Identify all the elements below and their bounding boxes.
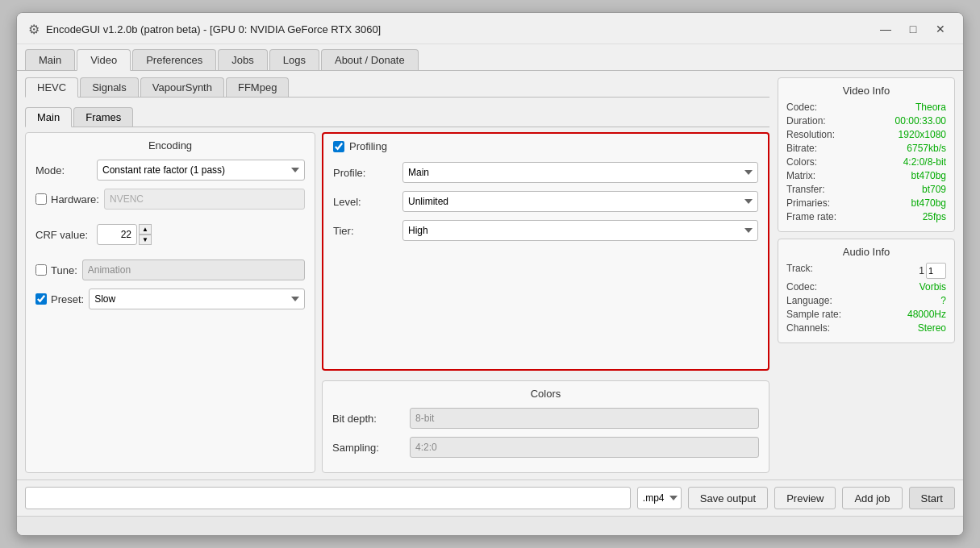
save-output-button[interactable]: Save output bbox=[688, 487, 768, 509]
resolution-label: Resolution: bbox=[786, 129, 835, 140]
subtab-signals[interactable]: Signals bbox=[80, 77, 139, 97]
hardware-row: Hardware: NVENC bbox=[35, 189, 305, 210]
tier-select[interactable]: High bbox=[402, 220, 758, 241]
output-path-input[interactable] bbox=[25, 487, 631, 509]
main-window: ⚙ EncodeGUI v1.2.0b (patron beta) - [GPU… bbox=[16, 12, 964, 536]
maximize-button[interactable]: □ bbox=[902, 21, 924, 37]
crf-spin-down[interactable]: ▼ bbox=[139, 235, 152, 245]
encoding-panel: Encoding Mode: Constant rate factor (1 p… bbox=[25, 132, 315, 473]
innertab-main[interactable]: Main bbox=[25, 107, 72, 127]
track-row: Track: 1 1 bbox=[786, 263, 946, 279]
channels-row: Channels: Stereo bbox=[786, 322, 946, 334]
mode-select[interactable]: Constant rate factor (1 pass) bbox=[97, 160, 305, 181]
tab-logs[interactable]: Logs bbox=[269, 49, 319, 70]
tier-label: Tier: bbox=[333, 225, 398, 237]
duration-label: Duration: bbox=[786, 115, 826, 127]
tab-video[interactable]: Video bbox=[77, 49, 131, 71]
codec-value: Theora bbox=[915, 102, 946, 113]
video-info-title: Video Info bbox=[786, 85, 946, 97]
samplerate-value: 48000Hz bbox=[907, 309, 946, 320]
preset-checkbox-label[interactable]: Preset: bbox=[35, 293, 84, 305]
track-value: 1 bbox=[919, 265, 924, 276]
hardware-checkbox-label[interactable]: Hardware: bbox=[35, 193, 99, 206]
right-sub-panels: Profiling Profile: Main Level: bbox=[322, 132, 769, 473]
tune-checkbox-label[interactable]: Tune: bbox=[35, 264, 77, 276]
bit-depth-select[interactable]: 8-bit bbox=[410, 408, 759, 429]
crf-input[interactable] bbox=[97, 224, 137, 245]
codec-row: Codec: Theora bbox=[786, 102, 946, 113]
app-icon: ⚙ bbox=[28, 22, 40, 37]
resolution-value: 1920x1080 bbox=[899, 129, 946, 140]
level-select[interactable]: Unlimited bbox=[402, 191, 758, 212]
preset-checkbox[interactable] bbox=[35, 293, 47, 305]
mode-label: Mode: bbox=[35, 164, 92, 176]
sub-tab-bar: HEVC Signals VapourSynth FFMpeg bbox=[25, 77, 769, 98]
sampling-select[interactable]: 4:2:0 bbox=[410, 437, 759, 458]
tune-checkbox[interactable] bbox=[35, 264, 47, 276]
tune-select[interactable]: Animation bbox=[82, 259, 305, 280]
bit-depth-label: Bit depth: bbox=[332, 413, 405, 425]
primaries-value: bt470bg bbox=[911, 197, 946, 209]
framerate-row: Frame rate: 25fps bbox=[786, 211, 946, 222]
hardware-select[interactable]: NVENC bbox=[104, 189, 305, 210]
bottom-bar: .mp4 Save output Preview Add job Start bbox=[17, 480, 963, 516]
info-panel-container: Video Info Codec: Theora Duration: 00:00… bbox=[778, 77, 955, 473]
profile-label: Profile: bbox=[333, 167, 398, 179]
video-info-panel: Video Info Codec: Theora Duration: 00:00… bbox=[778, 77, 955, 232]
profiling-checkbox[interactable] bbox=[333, 141, 344, 152]
track-label: Track: bbox=[786, 263, 813, 279]
tab-jobs[interactable]: Jobs bbox=[218, 49, 267, 70]
profile-row: Profile: Main bbox=[333, 162, 758, 183]
start-button[interactable]: Start bbox=[909, 487, 955, 509]
title-bar: ⚙ EncodeGUI v1.2.0b (patron beta) - [GPU… bbox=[17, 13, 963, 44]
subtab-vapoursynth[interactable]: VapourSynth bbox=[140, 77, 224, 97]
title-bar-left: ⚙ EncodeGUI v1.2.0b (patron beta) - [GPU… bbox=[28, 22, 381, 37]
audio-codec-label: Codec: bbox=[786, 281, 817, 293]
colors-info-row: Colors: 4:2:0/8-bit bbox=[786, 156, 946, 168]
primaries-row: Primaries: bt470bg bbox=[786, 197, 946, 209]
profiling-panel: Profiling Profile: Main Level: bbox=[322, 132, 769, 371]
bit-depth-row: Bit depth: 8-bit bbox=[332, 408, 759, 429]
colors-title: Colors bbox=[332, 388, 759, 400]
crf-row: CRF value: ▲ ▼ bbox=[35, 224, 305, 245]
subtab-ffmpeg[interactable]: FFMpeg bbox=[226, 77, 289, 97]
crf-spin-up[interactable]: ▲ bbox=[139, 224, 152, 235]
tab-about-donate[interactable]: About / Donate bbox=[321, 49, 419, 70]
transfer-value: bt709 bbox=[922, 184, 946, 195]
audio-codec-row: Codec: Vorbis bbox=[786, 281, 946, 293]
audio-info-title: Audio Info bbox=[786, 246, 946, 258]
inner-tab-bar: Main Frames bbox=[25, 107, 769, 127]
duration-value: 00:00:33.00 bbox=[895, 115, 946, 127]
format-select[interactable]: .mp4 bbox=[637, 487, 682, 509]
bitrate-label: Bitrate: bbox=[786, 143, 817, 154]
samplerate-label: Sample rate: bbox=[786, 309, 841, 320]
minimize-button[interactable]: — bbox=[874, 21, 897, 37]
tab-preferences[interactable]: Preferences bbox=[132, 49, 216, 70]
colors-panel: Colors Bit depth: 8-bit Sampling: bbox=[322, 380, 769, 473]
matrix-row: Matrix: bt470bg bbox=[786, 170, 946, 181]
window-title: EncodeGUI v1.2.0b (patron beta) - [GPU 0… bbox=[46, 23, 381, 35]
status-bar bbox=[17, 516, 963, 535]
track-select[interactable]: 1 bbox=[926, 263, 946, 279]
profile-select[interactable]: Main bbox=[402, 162, 758, 183]
transfer-label: Transfer: bbox=[786, 184, 825, 195]
hardware-checkbox[interactable] bbox=[35, 193, 47, 205]
colors-info-label: Colors: bbox=[786, 156, 817, 168]
preview-button[interactable]: Preview bbox=[774, 487, 836, 509]
subtab-hevc[interactable]: HEVC bbox=[25, 77, 78, 98]
sampling-label: Sampling: bbox=[332, 442, 405, 454]
bitrate-row: Bitrate: 6757kb/s bbox=[786, 143, 946, 154]
bitrate-value: 6757kb/s bbox=[907, 143, 946, 154]
preset-select[interactable]: Slow bbox=[89, 289, 305, 309]
matrix-value: bt470bg bbox=[911, 170, 946, 181]
innertab-frames[interactable]: Frames bbox=[73, 107, 133, 127]
level-row: Level: Unlimited bbox=[333, 191, 758, 212]
panels-row: Encoding Mode: Constant rate factor (1 p… bbox=[25, 132, 769, 473]
close-button[interactable]: ✕ bbox=[929, 21, 952, 37]
crf-spinner: ▲ ▼ bbox=[97, 224, 152, 245]
tab-main[interactable]: Main bbox=[25, 49, 75, 70]
tune-row: Tune: Animation bbox=[35, 259, 305, 280]
colors-info-value: 4:2:0/8-bit bbox=[903, 156, 946, 168]
track-select-wrap: 1 1 bbox=[919, 263, 946, 279]
add-job-button[interactable]: Add job bbox=[842, 487, 902, 509]
